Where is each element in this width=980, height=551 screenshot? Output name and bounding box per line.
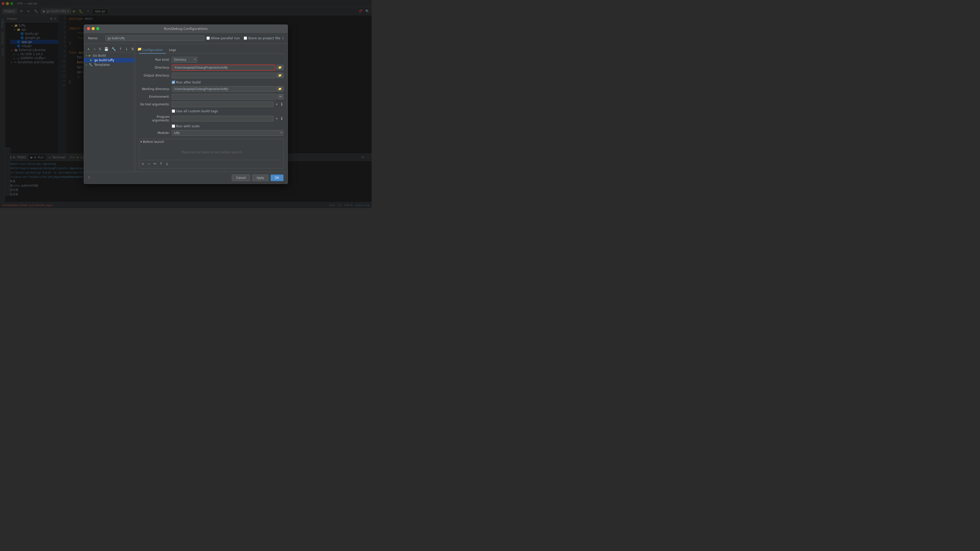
cancel-button[interactable]: Cancel <box>232 175 250 181</box>
modal-traffic-lights <box>87 27 99 30</box>
allow-parallel-label[interactable]: Allow parallel run <box>207 36 240 40</box>
modal-maximize-btn[interactable] <box>96 27 99 30</box>
run-after-build-label[interactable]: Run after build <box>172 80 200 84</box>
environment-input[interactable] <box>172 94 277 100</box>
use-all-tags-checkbox[interactable] <box>172 110 175 113</box>
module-select[interactable]: luffy <box>172 130 283 136</box>
store-as-project-checkbox[interactable] <box>244 37 247 40</box>
directory-label: Directory: <box>139 66 170 69</box>
run-with-sudo-label[interactable]: Run with sudo <box>172 124 200 128</box>
run-after-build-checkbox[interactable] <box>172 81 175 84</box>
go-tool-args-label: Go tool arguments: <box>139 103 170 106</box>
save-config-btn[interactable]: 💾 <box>103 46 110 52</box>
allow-parallel-text: Allow parallel run <box>211 36 240 40</box>
use-all-tags-text: Use all custom build tags <box>176 109 218 113</box>
output-dir-label: Output directory: <box>139 74 170 77</box>
before-launch-content: There are no tasks to run before launch <box>140 144 282 160</box>
gobuilduffy-icon: ▶ <box>90 59 92 62</box>
wrench-config-btn[interactable]: 🔧 <box>110 46 117 52</box>
run-kind-label: Run kind: <box>139 58 170 62</box>
bl-remove-btn[interactable]: − <box>146 161 151 166</box>
run-debug-config-modal: Run/Debug Configurations Name: Allow par… <box>84 24 288 184</box>
no-tasks-text: There are no tasks to run before launch <box>181 151 242 154</box>
gobuilduffy-label: go build luffy <box>94 59 114 62</box>
environment-edit-btn[interactable]: ✏ <box>278 94 283 99</box>
before-launch-label: Before launch <box>143 140 164 144</box>
modal-minimize-btn[interactable] <box>92 27 95 30</box>
name-label: Name: <box>88 37 103 40</box>
apply-button[interactable]: Apply <box>252 175 269 181</box>
templates-icon: 🔧 <box>89 63 92 66</box>
config-content-area: Configuration Logs Run kind: File Direct… <box>135 44 288 171</box>
templates-label: Templates <box>94 63 110 67</box>
go-tool-args-input[interactable] <box>172 102 274 107</box>
modal-header: Run/Debug Configurations <box>84 25 288 33</box>
output-dir-input-wrap: 📁 <box>172 73 283 78</box>
config-group-templates[interactable]: ▸ 🔧 Templates <box>84 62 135 67</box>
module-select-wrap: luffy <box>172 130 283 136</box>
gobuild-label: Go Build <box>93 54 106 57</box>
environment-row: Environment: ✏ <box>139 94 283 100</box>
ok-button[interactable]: OK <box>270 175 283 181</box>
copy-config-btn[interactable]: ⎘ <box>98 46 102 52</box>
output-dir-input[interactable] <box>172 73 275 78</box>
run-with-sudo-row: Run with sudo <box>139 124 283 128</box>
working-dir-input[interactable] <box>172 86 275 92</box>
add-config-btn[interactable]: + <box>86 46 91 52</box>
run-kind-select-wrap: File Directory Package <box>172 57 197 62</box>
config-tree: + − ⎘ 💾 🔧 ↑ ↓ ⇅ 📁 ▾ ▶ Go Build ▶ <box>84 44 135 171</box>
environment-input-wrap: ✏ <box>172 94 283 100</box>
bl-edit-btn[interactable]: ✏ <box>152 161 158 166</box>
before-launch-header[interactable]: ▾ Before launch <box>140 140 282 144</box>
sort-btn[interactable]: ⇅ <box>130 46 135 52</box>
program-args-row: Program arguments: + ℹ <box>139 115 283 122</box>
module-row: Module: luffy <box>139 130 283 136</box>
config-tabs: Configuration Logs <box>139 47 283 54</box>
bl-up-btn[interactable]: ↑ <box>159 161 164 166</box>
modal-close-btn[interactable] <box>87 27 90 30</box>
program-args-input-wrap: + ℹ <box>172 116 283 121</box>
run-with-sudo-checkbox[interactable] <box>172 124 175 128</box>
help-icon[interactable]: ? <box>88 176 90 180</box>
remove-config-btn[interactable]: − <box>92 46 97 52</box>
gobuild-icon: ▶ <box>89 54 91 57</box>
move-up-btn[interactable]: ↑ <box>118 46 123 52</box>
bl-down-btn[interactable]: ↓ <box>165 161 170 166</box>
environment-label: Environment: <box>139 95 170 98</box>
before-launch-toolbar: + − ✏ ↑ ↓ <box>140 160 282 167</box>
modal-footer: ? Cancel Apply OK <box>84 171 288 184</box>
go-tool-args-add-btn[interactable]: + <box>275 102 279 106</box>
tab-configuration[interactable]: Configuration <box>139 47 166 54</box>
use-all-tags-label[interactable]: Use all custom build tags <box>172 109 218 113</box>
config-group-gobuild[interactable]: ▾ ▶ Go Build <box>84 53 135 58</box>
modal-title: Run/Debug Configurations <box>164 27 207 30</box>
directory-input-wrap: 📁 <box>172 65 283 71</box>
go-tool-args-row: Go tool arguments: + ℹ <box>139 102 283 107</box>
config-item-gobuilduffy[interactable]: ▶ go build luffy <box>84 58 135 62</box>
directory-input[interactable] <box>172 65 275 71</box>
working-dir-row: Working directory: 📁 <box>139 86 283 92</box>
bl-add-btn[interactable]: + <box>140 161 145 166</box>
run-after-build-row: Run after build <box>139 80 283 84</box>
name-input[interactable] <box>105 35 204 41</box>
working-dir-browse-btn[interactable]: 📁 <box>277 86 283 92</box>
store-as-project-label[interactable]: Store as project file <box>244 36 280 40</box>
output-dir-browse-btn[interactable]: 📁 <box>277 73 283 78</box>
working-dir-label: Working directory: <box>139 87 170 91</box>
modal-name-row: Name: Allow parallel run Store as projec… <box>84 33 288 44</box>
program-args-add-btn[interactable]: + <box>275 116 279 121</box>
move-down-btn[interactable]: ↓ <box>124 46 129 52</box>
tab-logs[interactable]: Logs <box>166 47 179 54</box>
run-kind-select[interactable]: File Directory Package <box>172 57 197 62</box>
directory-row: Directory: 📁 <box>139 65 283 71</box>
program-args-input[interactable] <box>172 116 274 121</box>
before-launch-arrow: ▾ <box>140 140 142 144</box>
before-launch-section: ▾ Before launch There are no tasks to ru… <box>139 139 283 168</box>
directory-browse-btn[interactable]: 📁 <box>277 65 283 70</box>
allow-parallel-checkbox[interactable] <box>207 37 210 40</box>
modal-footer-buttons: Cancel Apply OK <box>232 175 283 181</box>
go-tool-args-info-btn: ℹ <box>280 102 283 106</box>
use-all-tags-row: Use all custom build tags <box>139 109 283 113</box>
store-info-icon: ℹ <box>282 37 283 40</box>
program-args-info-btn: ℹ <box>280 116 283 121</box>
